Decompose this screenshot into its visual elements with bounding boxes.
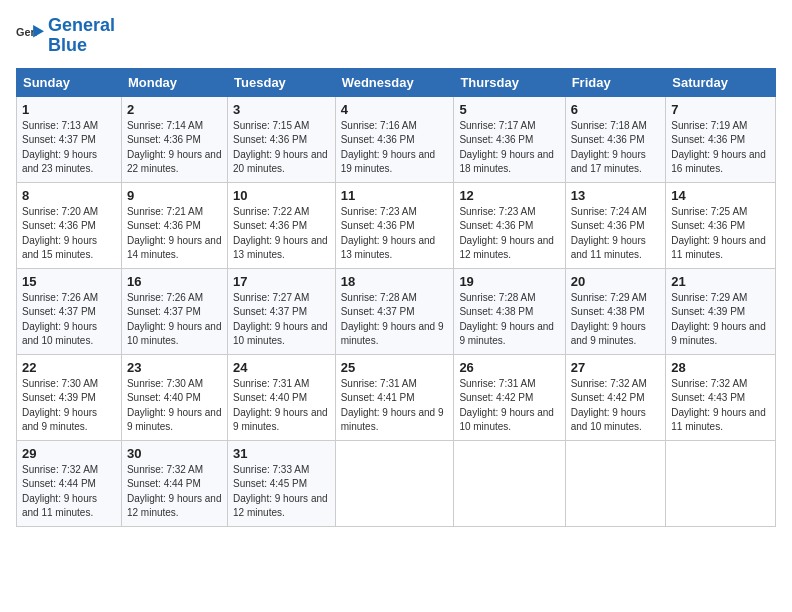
calendar-cell: 11 Sunrise: 7:23 AMSunset: 4:36 PMDaylig… [335, 182, 454, 268]
calendar-cell: 22 Sunrise: 7:30 AMSunset: 4:39 PMDaylig… [17, 354, 122, 440]
day-number: 14 [671, 188, 770, 203]
calendar-cell: 1 Sunrise: 7:13 AMSunset: 4:37 PMDayligh… [17, 96, 122, 182]
calendar-cell: 10 Sunrise: 7:22 AMSunset: 4:36 PMDaylig… [228, 182, 336, 268]
day-number: 17 [233, 274, 330, 289]
day-number: 13 [571, 188, 661, 203]
calendar-cell: 24 Sunrise: 7:31 AMSunset: 4:40 PMDaylig… [228, 354, 336, 440]
day-number: 10 [233, 188, 330, 203]
day-info: Sunrise: 7:28 AMSunset: 4:37 PMDaylight:… [341, 291, 449, 349]
calendar-cell [335, 440, 454, 526]
day-number: 2 [127, 102, 222, 117]
calendar-body: 1 Sunrise: 7:13 AMSunset: 4:37 PMDayligh… [17, 96, 776, 526]
header-cell-monday: Monday [121, 68, 227, 96]
calendar-cell: 21 Sunrise: 7:29 AMSunset: 4:39 PMDaylig… [666, 268, 776, 354]
day-number: 11 [341, 188, 449, 203]
day-info: Sunrise: 7:30 AMSunset: 4:39 PMDaylight:… [22, 377, 116, 435]
day-info: Sunrise: 7:32 AMSunset: 4:42 PMDaylight:… [571, 377, 661, 435]
day-info: Sunrise: 7:23 AMSunset: 4:36 PMDaylight:… [341, 205, 449, 263]
day-number: 16 [127, 274, 222, 289]
day-info: Sunrise: 7:30 AMSunset: 4:40 PMDaylight:… [127, 377, 222, 435]
day-info: Sunrise: 7:18 AMSunset: 4:36 PMDaylight:… [571, 119, 661, 177]
calendar-cell: 4 Sunrise: 7:16 AMSunset: 4:36 PMDayligh… [335, 96, 454, 182]
svg-marker-1 [33, 25, 44, 37]
day-number: 29 [22, 446, 116, 461]
logo-icon: Gen [16, 22, 44, 50]
day-info: Sunrise: 7:19 AMSunset: 4:36 PMDaylight:… [671, 119, 770, 177]
calendar-week-row: 22 Sunrise: 7:30 AMSunset: 4:39 PMDaylig… [17, 354, 776, 440]
day-info: Sunrise: 7:14 AMSunset: 4:36 PMDaylight:… [127, 119, 222, 177]
header-cell-tuesday: Tuesday [228, 68, 336, 96]
calendar-cell: 30 Sunrise: 7:32 AMSunset: 4:44 PMDaylig… [121, 440, 227, 526]
day-info: Sunrise: 7:21 AMSunset: 4:36 PMDaylight:… [127, 205, 222, 263]
day-number: 19 [459, 274, 559, 289]
day-info: Sunrise: 7:23 AMSunset: 4:36 PMDaylight:… [459, 205, 559, 263]
day-info: Sunrise: 7:13 AMSunset: 4:37 PMDaylight:… [22, 119, 116, 177]
calendar-cell: 25 Sunrise: 7:31 AMSunset: 4:41 PMDaylig… [335, 354, 454, 440]
calendar-cell: 23 Sunrise: 7:30 AMSunset: 4:40 PMDaylig… [121, 354, 227, 440]
calendar-cell: 13 Sunrise: 7:24 AMSunset: 4:36 PMDaylig… [565, 182, 666, 268]
calendar-cell: 12 Sunrise: 7:23 AMSunset: 4:36 PMDaylig… [454, 182, 565, 268]
calendar-table: SundayMondayTuesdayWednesdayThursdayFrid… [16, 68, 776, 527]
day-number: 3 [233, 102, 330, 117]
calendar-cell: 5 Sunrise: 7:17 AMSunset: 4:36 PMDayligh… [454, 96, 565, 182]
calendar-cell: 17 Sunrise: 7:27 AMSunset: 4:37 PMDaylig… [228, 268, 336, 354]
day-info: Sunrise: 7:26 AMSunset: 4:37 PMDaylight:… [22, 291, 116, 349]
day-number: 5 [459, 102, 559, 117]
day-info: Sunrise: 7:32 AMSunset: 4:44 PMDaylight:… [127, 463, 222, 521]
calendar-cell: 16 Sunrise: 7:26 AMSunset: 4:37 PMDaylig… [121, 268, 227, 354]
calendar-cell: 6 Sunrise: 7:18 AMSunset: 4:36 PMDayligh… [565, 96, 666, 182]
header-cell-saturday: Saturday [666, 68, 776, 96]
day-number: 23 [127, 360, 222, 375]
calendar-header-row: SundayMondayTuesdayWednesdayThursdayFrid… [17, 68, 776, 96]
day-info: Sunrise: 7:31 AMSunset: 4:42 PMDaylight:… [459, 377, 559, 435]
day-number: 30 [127, 446, 222, 461]
day-number: 1 [22, 102, 116, 117]
day-number: 22 [22, 360, 116, 375]
day-number: 8 [22, 188, 116, 203]
calendar-week-row: 15 Sunrise: 7:26 AMSunset: 4:37 PMDaylig… [17, 268, 776, 354]
calendar-cell: 15 Sunrise: 7:26 AMSunset: 4:37 PMDaylig… [17, 268, 122, 354]
day-info: Sunrise: 7:20 AMSunset: 4:36 PMDaylight:… [22, 205, 116, 263]
calendar-week-row: 1 Sunrise: 7:13 AMSunset: 4:37 PMDayligh… [17, 96, 776, 182]
day-info: Sunrise: 7:17 AMSunset: 4:36 PMDaylight:… [459, 119, 559, 177]
header-cell-sunday: Sunday [17, 68, 122, 96]
day-info: Sunrise: 7:33 AMSunset: 4:45 PMDaylight:… [233, 463, 330, 521]
day-info: Sunrise: 7:24 AMSunset: 4:36 PMDaylight:… [571, 205, 661, 263]
day-number: 26 [459, 360, 559, 375]
day-info: Sunrise: 7:29 AMSunset: 4:39 PMDaylight:… [671, 291, 770, 349]
day-info: Sunrise: 7:25 AMSunset: 4:36 PMDaylight:… [671, 205, 770, 263]
day-info: Sunrise: 7:27 AMSunset: 4:37 PMDaylight:… [233, 291, 330, 349]
day-info: Sunrise: 7:32 AMSunset: 4:44 PMDaylight:… [22, 463, 116, 521]
calendar-cell: 27 Sunrise: 7:32 AMSunset: 4:42 PMDaylig… [565, 354, 666, 440]
calendar-cell: 9 Sunrise: 7:21 AMSunset: 4:36 PMDayligh… [121, 182, 227, 268]
calendar-cell [454, 440, 565, 526]
calendar-cell: 19 Sunrise: 7:28 AMSunset: 4:38 PMDaylig… [454, 268, 565, 354]
calendar-cell: 14 Sunrise: 7:25 AMSunset: 4:36 PMDaylig… [666, 182, 776, 268]
calendar-cell: 20 Sunrise: 7:29 AMSunset: 4:38 PMDaylig… [565, 268, 666, 354]
day-info: Sunrise: 7:29 AMSunset: 4:38 PMDaylight:… [571, 291, 661, 349]
day-number: 24 [233, 360, 330, 375]
day-info: Sunrise: 7:28 AMSunset: 4:38 PMDaylight:… [459, 291, 559, 349]
logo: Gen GeneralBlue [16, 16, 115, 56]
day-number: 9 [127, 188, 222, 203]
day-info: Sunrise: 7:16 AMSunset: 4:36 PMDaylight:… [341, 119, 449, 177]
calendar-cell: 18 Sunrise: 7:28 AMSunset: 4:37 PMDaylig… [335, 268, 454, 354]
day-number: 25 [341, 360, 449, 375]
header-cell-thursday: Thursday [454, 68, 565, 96]
day-number: 27 [571, 360, 661, 375]
day-info: Sunrise: 7:31 AMSunset: 4:41 PMDaylight:… [341, 377, 449, 435]
calendar-cell: 31 Sunrise: 7:33 AMSunset: 4:45 PMDaylig… [228, 440, 336, 526]
day-info: Sunrise: 7:32 AMSunset: 4:43 PMDaylight:… [671, 377, 770, 435]
calendar-cell: 8 Sunrise: 7:20 AMSunset: 4:36 PMDayligh… [17, 182, 122, 268]
calendar-cell [666, 440, 776, 526]
header: Gen GeneralBlue [16, 16, 776, 56]
calendar-cell: 3 Sunrise: 7:15 AMSunset: 4:36 PMDayligh… [228, 96, 336, 182]
day-number: 6 [571, 102, 661, 117]
calendar-week-row: 8 Sunrise: 7:20 AMSunset: 4:36 PMDayligh… [17, 182, 776, 268]
day-info: Sunrise: 7:15 AMSunset: 4:36 PMDaylight:… [233, 119, 330, 177]
day-number: 18 [341, 274, 449, 289]
day-number: 15 [22, 274, 116, 289]
day-number: 20 [571, 274, 661, 289]
day-number: 12 [459, 188, 559, 203]
header-cell-friday: Friday [565, 68, 666, 96]
